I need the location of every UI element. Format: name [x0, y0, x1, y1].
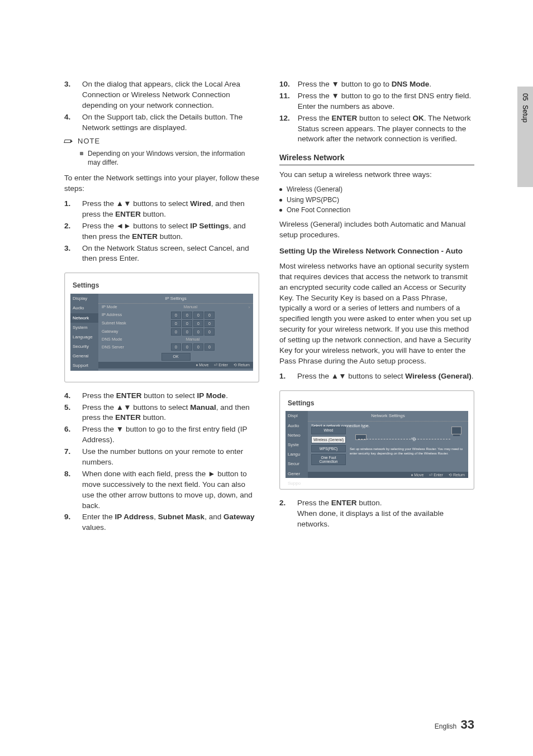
menu-item[interactable]: Network: [70, 313, 98, 323]
step-text: Press the ▲▼ buttons to select Manual, a…: [82, 403, 259, 424]
right-column: 10. Press the ▼ button to go to DNS Mode…: [279, 78, 474, 534]
connection-option-button[interactable]: Wired: [311, 427, 346, 434]
note-label: NOTE: [78, 136, 100, 146]
section-tab: 05 Setup: [517, 87, 533, 187]
menu-item[interactable]: Langu: [285, 449, 308, 459]
document-page: 05 Setup 3. On the dialog that appears, …: [0, 0, 533, 756]
network-settings-panel: Settings DisplAudioNetwoSysteLanguSecurG…: [279, 390, 474, 490]
page-number: 33: [461, 717, 474, 731]
connection-option-button[interactable]: One Foot Connection: [311, 454, 346, 465]
step-text: Press the ENTER button to select OK. The…: [298, 113, 474, 145]
bullet-item: Using WPS(PBC): [279, 195, 474, 205]
ip-field[interactable]: 0: [204, 343, 215, 351]
panel-title: Settings: [73, 281, 253, 290]
list-step: 10. Press the ▼ button to go to DNS Mode…: [279, 79, 474, 90]
step-text: Press the ▲▼ buttons to select Wired, an…: [82, 199, 259, 220]
page-footer: English 33: [435, 716, 474, 734]
ip-field[interactable]: 0: [171, 343, 181, 351]
step-text: Press the ▲▼ buttons to select Wireless …: [297, 371, 474, 382]
step-text: Press the ▼ button to go to the first DN…: [298, 91, 474, 112]
ip-field[interactable]: 0: [193, 320, 203, 327]
ip-settings-panel: Settings DisplayAudioNetworkSystemLangua…: [64, 272, 259, 382]
menu-item[interactable]: Secur: [285, 459, 308, 468]
ip-field[interactable]: 0: [171, 320, 181, 327]
connection-line-icon: [358, 439, 450, 439]
ip-field[interactable]: 0: [182, 343, 192, 351]
list-step: 9. Enter the IP Address, Subnet Mask, an…: [64, 512, 259, 533]
menu-item[interactable]: Audio: [70, 303, 98, 313]
menu-item[interactable]: Suppo: [285, 479, 308, 488]
step-text: Use the number buttons on your remote to…: [82, 447, 259, 468]
wireless-intro: You can setup a wireless network three w…: [279, 170, 474, 180]
ip-field[interactable]: 0: [193, 343, 203, 351]
wireless-desc: Wireless (General) includes both Automat…: [279, 219, 474, 241]
menu-item[interactable]: General: [70, 351, 98, 361]
step-text: Enter the IP Address, Subnet Mask, and G…: [82, 512, 259, 533]
ip-field[interactable]: 0: [182, 320, 192, 327]
ip-field[interactable]: 0: [171, 328, 181, 336]
connection-option-button[interactable]: WPS(PBC): [311, 445, 346, 452]
ip-field[interactable]: 0: [204, 320, 215, 327]
settings-content: IP Settings IP ModeManual›IP Address0000…: [98, 294, 253, 371]
chapter-number: 05: [521, 93, 530, 101]
menu-item[interactable]: Netwo: [285, 430, 308, 440]
panel-hints: ♦ Move ⏎ Enter ⟲ Return: [98, 362, 253, 369]
list-step: 2. Press the ENTER button.When done, it …: [279, 498, 474, 530]
menu-item[interactable]: Syste: [285, 440, 308, 449]
ip-field[interactable]: 0: [182, 328, 192, 336]
auto-paragraph: Most wireless networks have an optional …: [279, 261, 474, 367]
step-text: Press the ◄► buttons to select IP Settin…: [82, 221, 259, 242]
intro-text: To enter the Network settings into your …: [64, 173, 259, 194]
list-step: 7. Use the number buttons on your remote…: [64, 447, 259, 468]
note-icon: [64, 138, 73, 145]
option-description: Set up wireless network by selecting you…: [350, 447, 464, 455]
ip-field[interactable]: 0: [204, 328, 215, 336]
connection-type-list: WiredWireless (General)WPS(PBC)One Foot …: [311, 427, 346, 467]
ok-button[interactable]: OK: [161, 353, 191, 361]
wireless-illustration: ›)): [353, 427, 461, 444]
auto-heading: Setting Up the Wireless Network Connecti…: [279, 246, 474, 257]
ip-field[interactable]: 0: [204, 312, 215, 319]
settings-sidebar: DisplAudioNetwoSysteLanguSecurGenerSuppo: [285, 411, 308, 478]
bullet-icon: [279, 188, 282, 191]
list-step: 3. On the Network Status screen, select …: [64, 243, 259, 265]
step-text: Press the ENTER button.When done, it dis…: [297, 498, 474, 530]
left-column: 3. On the dialog that appears, click the…: [64, 78, 259, 534]
menu-item[interactable]: Display: [70, 294, 98, 303]
list-step: 6. Press the ▼ button to go to the first…: [64, 424, 259, 446]
menu-item[interactable]: Language: [70, 332, 98, 342]
wifi-icon: ›)): [411, 436, 416, 442]
list-step: 5. Press the ▲▼ buttons to select Manual…: [64, 403, 259, 424]
menu-item[interactable]: Support: [70, 361, 98, 370]
settings-content: Network Settings Select a network connec…: [308, 411, 468, 478]
list-step: 8. When done with each field, press the …: [64, 469, 259, 511]
list-step: 2. Press the ◄► buttons to select IP Set…: [64, 221, 259, 242]
menu-item[interactable]: System: [70, 323, 98, 332]
ip-field[interactable]: 0: [193, 312, 203, 319]
step-text: Press the ▼ button to go to DNS Mode.: [298, 79, 474, 90]
list-step: 11. Press the ▼ button to go to the firs…: [279, 91, 474, 112]
square-bullet-icon: [80, 152, 83, 155]
step-text: Press the ENTER button to select IP Mode…: [82, 391, 259, 401]
panel-title: Settings: [288, 399, 468, 408]
panel-hints: ♦ Move ⏎ Enter ⟲ Return: [308, 472, 468, 479]
menu-item[interactable]: Audio: [285, 421, 308, 430]
section-name: Setup: [521, 105, 530, 122]
list-step: 4. Press the ENTER button to select IP M…: [64, 391, 259, 401]
wireless-heading: Wireless Network: [279, 152, 474, 165]
menu-item[interactable]: Gener: [285, 469, 308, 479]
ip-field[interactable]: 0: [182, 312, 192, 319]
ip-field[interactable]: 0: [171, 312, 181, 319]
bullet-item: Wireless (General): [279, 185, 474, 194]
list-step: 4. On the Support tab, click the Details…: [64, 112, 259, 133]
pc-icon: [451, 427, 461, 434]
ip-field[interactable]: 0: [193, 328, 203, 336]
connection-option-button[interactable]: Wireless (General): [311, 436, 346, 443]
note-item: Depending on your Windows version, the i…: [80, 149, 259, 168]
step-text: When done with each field, press the ► b…: [82, 469, 259, 511]
menu-item[interactable]: Displ: [285, 411, 308, 420]
menu-item[interactable]: Security: [70, 342, 98, 351]
step-text: Press the ▼ button to go to the first en…: [82, 424, 259, 446]
panel-header: Network Settings: [308, 411, 468, 421]
panel-header: IP Settings: [98, 294, 253, 304]
